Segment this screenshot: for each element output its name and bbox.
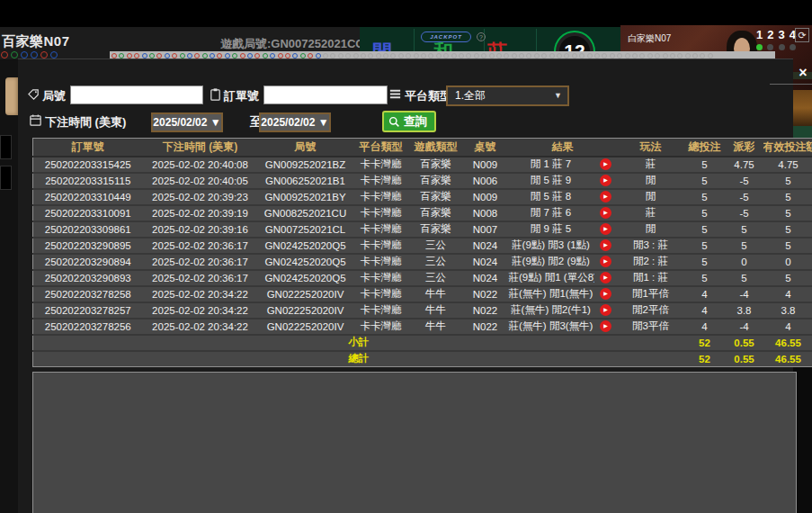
cell-payout: -5 <box>726 205 763 221</box>
table-row: 2502022033098612025-02-02 20:39:16GN0072… <box>33 221 812 238</box>
bead-empty <box>534 53 540 58</box>
bead-empty <box>474 53 479 58</box>
cell-valid: 5 <box>763 270 812 286</box>
cell-time: 2025-02-02 20:34:22 <box>143 302 258 319</box>
bead-marker <box>180 53 185 58</box>
replay-button[interactable]: ▶ <box>600 304 611 316</box>
cell-round: GN024252020Q5 <box>258 238 353 254</box>
cell-time: 2025-02-02 20:36:17 <box>143 254 258 270</box>
cell-round: GN008252021CU <box>258 205 353 221</box>
replay-button[interactable]: ▶ <box>600 320 611 332</box>
bet-panel-fragment <box>0 135 12 159</box>
table-row: 2502022033154252025-02-02 20:40:08GN0092… <box>33 157 812 173</box>
replay-button[interactable]: ▶ <box>600 223 611 235</box>
cell-play: 閒 <box>618 221 684 238</box>
cell-round: GN007252021CL <box>258 221 353 238</box>
cell-payout: -4 <box>726 319 763 335</box>
cell-replay: ▶ <box>594 319 618 335</box>
cell-valid: 4.75 <box>763 157 812 173</box>
cell-payout: 4.75 <box>726 157 763 173</box>
bead-marker <box>127 53 132 58</box>
cell-order: 250202203310449 <box>33 189 143 205</box>
bead-empty <box>345 53 351 58</box>
bead-empty <box>670 53 675 58</box>
table-row: 2502022032908932025-02-02 20:36:17GN0242… <box>33 270 812 286</box>
cell-result: 莊(9點) 閒3 (1點) <box>508 238 594 254</box>
bead-marker <box>142 53 147 58</box>
clipboard-icon <box>209 87 222 101</box>
cell-result: 莊(無牛) 閒2(牛1) <box>508 302 594 319</box>
cell-table: N009 <box>463 157 508 173</box>
date-to-select[interactable]: 2025/02/02 ▼ <box>259 112 331 132</box>
close-icon[interactable]: × <box>795 65 811 81</box>
cell-replay: ▶ <box>594 302 618 319</box>
cell-platform: 卡卡灣廳 <box>353 302 409 319</box>
bead-marker <box>1 51 8 58</box>
cell-replay: ▶ <box>594 286 618 302</box>
replay-button[interactable]: ▶ <box>600 207 611 219</box>
cell-order: 250202203278257 <box>33 302 143 319</box>
bead-empty <box>368 53 373 58</box>
replay-button[interactable]: ▶ <box>600 272 611 284</box>
cell-payout: 5 <box>726 238 763 254</box>
seat-numbers: 1234 <box>756 28 796 41</box>
cell-replay: ▶ <box>594 270 618 286</box>
column-header: 桌號 <box>463 139 508 157</box>
replay-button[interactable]: ▶ <box>600 256 611 267</box>
bead-marker <box>156 53 162 58</box>
cell-play: 閒1 : 莊 <box>618 270 684 286</box>
cell-platform: 卡卡灣廳 <box>353 205 409 221</box>
bead-empty <box>406 53 411 58</box>
chevron-down-icon: ▼ <box>554 87 562 104</box>
cell-platform: 卡卡灣廳 <box>353 319 409 335</box>
cell-table: N024 <box>463 254 508 270</box>
bead-marker <box>240 53 245 58</box>
cell-bet: 4 <box>684 319 726 335</box>
column-header: 下注時間 (美東) <box>143 139 258 157</box>
cell-result: 莊(無牛) 閒1(無牛) <box>508 286 594 302</box>
cell-valid: 5 <box>763 173 812 189</box>
round-input[interactable] <box>70 86 203 104</box>
replay-button[interactable]: ▶ <box>600 158 611 170</box>
cell-order: 250202203290893 <box>33 270 143 286</box>
date-from-select[interactable]: 2025/02/02 ▼ <box>151 112 223 132</box>
cell-bet: 5 <box>684 189 726 205</box>
calendar-icon <box>29 113 42 127</box>
bead-marker <box>210 53 215 58</box>
cell-bet: 5 <box>684 205 726 221</box>
jackpot-help-icon[interactable]: ? <box>477 32 486 41</box>
cell-time: 2025-02-02 20:40:08 <box>143 157 258 173</box>
replay-button[interactable]: ▶ <box>600 288 611 300</box>
cell-payout: -5 <box>726 173 763 189</box>
replay-button[interactable]: ▶ <box>600 239 611 251</box>
bead-marker <box>40 51 48 58</box>
refresh-icon[interactable]: ⟳ <box>795 28 809 42</box>
cell-order: 250202203278256 <box>33 319 143 335</box>
table-row: 2502022032908952025-02-02 20:36:17GN0242… <box>33 238 812 254</box>
cell-platform: 卡卡灣廳 <box>353 221 409 238</box>
bead-empty <box>436 53 442 58</box>
cell-order: 250202203309861 <box>33 221 143 238</box>
bead-empty <box>459 53 464 58</box>
cell-game: 百家樂 <box>409 205 463 221</box>
replay-button[interactable]: ▶ <box>600 175 611 186</box>
table-row: 2502022033104492025-02-02 20:39:23GN0092… <box>33 189 812 205</box>
bead-empty <box>383 53 388 58</box>
cell-result: 閒 5 莊 9 <box>508 173 594 189</box>
cell-round: GN022252020IV <box>258 319 353 335</box>
cell-bet: 5 <box>684 270 726 286</box>
search-button[interactable]: 查詢 <box>382 111 436 132</box>
cell-game: 百家樂 <box>409 173 463 189</box>
replay-button[interactable]: ▶ <box>600 191 611 202</box>
cell-table: N024 <box>463 238 508 254</box>
bead-empty <box>564 53 569 58</box>
cell-order: 250202203315425 <box>33 157 143 173</box>
order-input[interactable] <box>263 86 388 104</box>
platform-list-icon <box>388 87 402 101</box>
search-button-label: 查詢 <box>404 114 427 128</box>
cell-game: 牛牛 <box>409 286 463 302</box>
cell-time: 2025-02-02 20:39:23 <box>143 189 258 205</box>
platform-select[interactable]: 1.全部 ▼ <box>446 86 569 106</box>
cell-result: 莊(無牛) 閒3(無牛) <box>508 319 594 335</box>
bead-empty <box>655 53 660 58</box>
